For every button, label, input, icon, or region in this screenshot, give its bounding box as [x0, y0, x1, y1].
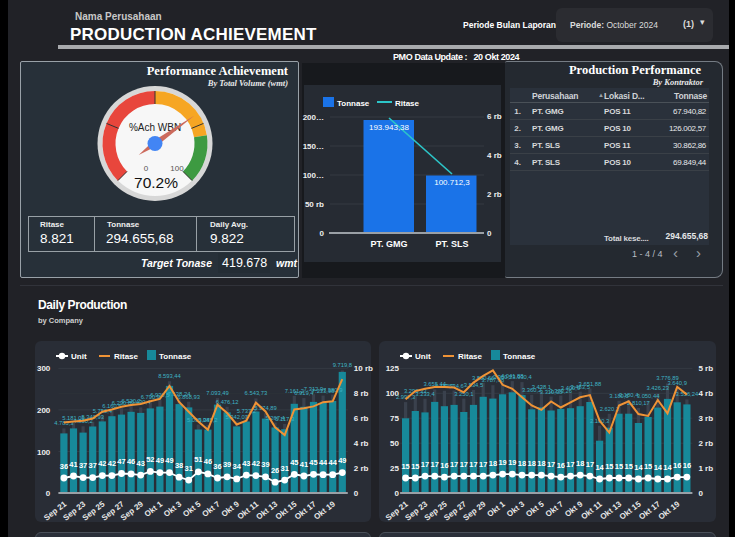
- svg-text:Okt 3: Okt 3: [505, 499, 527, 519]
- svg-text:18: 18: [518, 459, 526, 468]
- svg-text:70.2%: 70.2%: [134, 174, 178, 191]
- svg-text:10 rb: 10 rb: [354, 364, 373, 373]
- svg-text:Unit: Unit: [415, 352, 431, 361]
- svg-text:45: 45: [290, 458, 298, 467]
- svg-text:6 rb: 6 rb: [487, 112, 502, 121]
- svg-text:5.085,2: 5.085,2: [198, 417, 217, 423]
- svg-text:Okt 7: Okt 7: [200, 499, 222, 519]
- svg-text:0: 0: [144, 164, 149, 173]
- svg-text:PT. SLS: PT. SLS: [435, 239, 468, 249]
- svg-text:Okt 1: Okt 1: [486, 499, 508, 519]
- svg-text:7.093,49: 7.093,49: [206, 390, 229, 396]
- svg-text:37: 37: [79, 461, 87, 470]
- svg-text:18: 18: [489, 459, 497, 468]
- svg-text:Tonnase: Tonnase: [337, 99, 370, 108]
- svg-text:Okt 1: Okt 1: [143, 499, 165, 519]
- svg-text:4 rb: 4 rb: [354, 439, 369, 448]
- svg-text:15: 15: [401, 462, 409, 471]
- svg-text:42: 42: [252, 459, 260, 468]
- svg-text:16: 16: [673, 461, 681, 470]
- svg-text:17: 17: [421, 460, 429, 469]
- svg-text:44: 44: [319, 458, 328, 467]
- svg-text:6.543,73: 6.543,73: [245, 390, 268, 396]
- svg-text:6.930,5: 6.930,5: [150, 392, 169, 398]
- svg-text:8.593,44: 8.593,44: [158, 373, 181, 379]
- svg-text:14: 14: [634, 463, 643, 472]
- svg-text:Ritase: Ritase: [114, 352, 139, 361]
- svg-text:15: 15: [411, 462, 419, 471]
- svg-text:51: 51: [194, 455, 202, 464]
- svg-text:36: 36: [213, 462, 221, 471]
- svg-text:100: 100: [170, 164, 184, 173]
- svg-text:3.426,23: 3.426,23: [647, 385, 670, 391]
- svg-text:43: 43: [137, 459, 145, 468]
- svg-text:Tonnase: Tonnase: [159, 352, 192, 361]
- svg-text:Okt 5: Okt 5: [181, 499, 203, 519]
- svg-text:0: 0: [46, 489, 51, 498]
- svg-text:1 rb: 1 rb: [698, 464, 713, 473]
- svg-text:3.050,44: 3.050,44: [637, 393, 660, 399]
- svg-text:0: 0: [487, 229, 492, 238]
- svg-text:44: 44: [329, 458, 338, 467]
- svg-text:26: 26: [271, 466, 279, 475]
- svg-text:8 rb: 8 rb: [354, 389, 369, 398]
- svg-text:31: 31: [281, 464, 289, 473]
- svg-text:Okt 7: Okt 7: [544, 499, 566, 519]
- svg-text:100…: 100…: [303, 171, 324, 180]
- svg-text:15: 15: [625, 462, 633, 471]
- svg-text:18: 18: [528, 459, 536, 468]
- svg-text:Okt 3: Okt 3: [162, 499, 184, 519]
- svg-text:6.868,93: 6.868,93: [177, 394, 200, 400]
- svg-text:PT. GMG: PT. GMG: [370, 239, 407, 249]
- svg-text:14: 14: [595, 463, 604, 472]
- svg-text:37: 37: [89, 461, 97, 470]
- svg-text:46: 46: [127, 457, 135, 466]
- svg-text:9.719,8: 9.719,8: [333, 362, 352, 368]
- svg-text:4 rb: 4 rb: [487, 151, 502, 160]
- svg-text:17: 17: [469, 460, 477, 469]
- svg-text:14: 14: [663, 463, 672, 472]
- svg-text:14: 14: [654, 463, 663, 472]
- svg-text:45: 45: [309, 458, 317, 467]
- svg-text:15: 15: [615, 462, 623, 471]
- svg-text:3.556,24: 3.556,24: [676, 391, 699, 397]
- svg-text:3 rb: 3 rb: [698, 414, 713, 423]
- svg-text:41: 41: [300, 460, 308, 469]
- svg-text:18: 18: [576, 459, 584, 468]
- svg-text:17: 17: [431, 460, 439, 469]
- svg-text:0: 0: [354, 489, 359, 498]
- svg-text:100: 100: [37, 448, 51, 457]
- svg-text:3.651,88: 3.651,88: [579, 381, 602, 387]
- svg-text:3.640,9: 3.640,9: [668, 380, 687, 386]
- svg-text:18: 18: [537, 459, 545, 468]
- svg-text:15: 15: [605, 462, 613, 471]
- svg-text:50: 50: [390, 439, 399, 448]
- svg-text:17: 17: [479, 460, 487, 469]
- svg-text:39: 39: [223, 460, 231, 469]
- svg-text:200: 200: [37, 406, 51, 415]
- svg-text:Unit: Unit: [71, 352, 87, 361]
- svg-text:Okt 19: Okt 19: [312, 499, 337, 521]
- svg-text:36: 36: [60, 462, 68, 471]
- svg-text:100.712,3: 100.712,3: [434, 178, 470, 187]
- svg-text:0: 0: [320, 229, 325, 238]
- svg-text:17: 17: [586, 460, 594, 469]
- svg-text:Okt 19: Okt 19: [657, 499, 682, 521]
- svg-text:Tonnase: Tonnase: [503, 352, 536, 361]
- svg-text:75: 75: [390, 414, 399, 423]
- svg-text:41: 41: [69, 460, 77, 469]
- svg-text:38: 38: [175, 461, 183, 470]
- svg-text:0: 0: [698, 489, 703, 498]
- svg-text:46: 46: [204, 457, 212, 466]
- svg-text:43: 43: [242, 459, 250, 468]
- svg-text:15: 15: [644, 462, 652, 471]
- svg-text:34: 34: [233, 462, 242, 471]
- svg-text:47: 47: [117, 457, 125, 466]
- svg-text:16: 16: [440, 461, 448, 470]
- svg-text:150…: 150…: [303, 142, 324, 151]
- svg-text:4 rb: 4 rb: [698, 389, 713, 398]
- svg-text:Okt 5: Okt 5: [524, 499, 546, 519]
- svg-text:Ritase: Ritase: [458, 352, 483, 361]
- svg-text:49: 49: [156, 456, 164, 465]
- svg-text:49: 49: [165, 456, 173, 465]
